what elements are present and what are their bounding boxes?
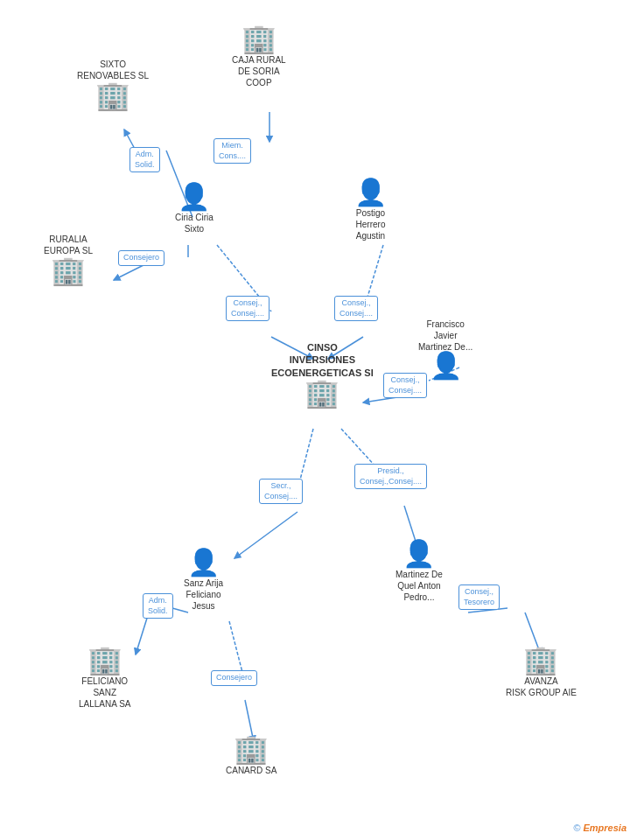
badge-consejero-canard: Consejero <box>211 670 257 686</box>
label-ciria-ciria: Ciria CiriaSixto <box>175 212 214 234</box>
badge-secr-consej: Secr.,Consej.... <box>259 479 303 504</box>
badge-consejero-ruralia: Consejero <box>118 250 164 266</box>
badge-consej-ciria: Consej.,Consej.... <box>226 296 270 321</box>
label-postigo-herrero: PostigoHerreroAgustin <box>356 207 386 242</box>
node-feliciano-sanz: 🏢 FELICIANOSANZLALLANA SA <box>79 646 130 710</box>
label-feliciano-sanz: FELICIANOSANZLALLANA SA <box>79 676 130 710</box>
label-caja-rural: CAJA RURALDE SORIACOOP <box>232 54 286 88</box>
building-icon-canard: 🏢 <box>234 735 269 763</box>
label-ruralia-europa: RURALIAEUROPA SL <box>44 234 93 256</box>
node-sixto-renovables: SIXTORENOVABLES SL 🏢 <box>77 57 149 109</box>
person-icon-martinez-de-quel: 👤 <box>402 541 435 567</box>
svg-line-12 <box>234 512 298 558</box>
node-avanza-risk: 🏢 AVANZARISK GROUP AIE <box>506 646 577 698</box>
node-martinez-de-quel: 👤 Martinez DeQuel AntonPedro... <box>396 541 443 603</box>
label-cinso: CINSOINVERSIONESECOENERGETICAS SI <box>271 341 374 379</box>
badge-miem-cons: Miem.Cons.... <box>214 138 251 164</box>
badge-consej-postigo: Consej.,Consej.... <box>334 296 378 321</box>
badge-consej-tesorero: Consej.,Tesorero <box>458 584 500 610</box>
node-ciria-ciria: 👤 Ciria CiriaSixto <box>175 184 214 234</box>
watermark: © Empresia <box>573 822 626 833</box>
person-icon-francisco-javier: 👤 <box>430 353 462 379</box>
watermark-brand: Empresia <box>583 822 626 833</box>
node-cinso: CINSOINVERSIONESECOENERGETICAS SI 🏢 <box>271 340 374 407</box>
badge-consej-francisco: Consej.,Consej.... <box>383 373 427 398</box>
building-icon-caja-rural: 🏢 <box>242 24 276 52</box>
node-francisco-javier: FranciscoJavierMartinez De... 👤 <box>418 317 472 379</box>
node-postigo-herrero: 👤 PostigoHerreroAgustin <box>354 179 387 242</box>
label-martinez-de-quel: Martinez DeQuel AntonPedro... <box>396 569 443 603</box>
person-icon-sanz-arija: 👤 <box>187 550 220 576</box>
badge-presid-consej: Presid.,Consej.,Consej.... <box>354 464 427 489</box>
node-canard: 🏢 CANARD SA <box>226 735 276 776</box>
svg-line-16 <box>136 612 149 654</box>
building-icon-sixto-renovables: 🏢 <box>95 81 130 109</box>
building-icon-feliciano-sanz: 🏢 <box>88 646 122 674</box>
badge-adm-solid-2: Adm.Solid. <box>143 593 173 619</box>
watermark-copy: © <box>573 822 580 833</box>
node-ruralia-europa: RURALIAEUROPA SL 🏢 <box>44 232 93 284</box>
label-avanza-risk: AVANZARISK GROUP AIE <box>506 676 577 698</box>
building-icon-avanza-risk: 🏢 <box>523 646 558 674</box>
person-icon-postigo-herrero: 👤 <box>354 179 387 206</box>
badge-adm-solid-1: Adm.Solid. <box>130 147 160 172</box>
label-sixto-renovables: SIXTORENOVABLES SL <box>77 59 149 81</box>
building-icon-cinso: 🏢 <box>304 379 340 407</box>
building-icon-ruralia-europa: 🏢 <box>51 256 86 284</box>
label-francisco-javier: FranciscoJavierMartinez De... <box>418 318 472 353</box>
canvas: 🏢 CAJA RURALDE SORIACOOP SIXTORENOVABLES… <box>0 0 637 840</box>
person-icon-ciria-ciria: 👤 <box>178 184 210 210</box>
node-sanz-arija: 👤 Sanz ArijaFelicianoJesus <box>184 550 223 612</box>
label-canard: CANARD SA <box>226 765 276 776</box>
connection-lines <box>0 0 637 840</box>
node-caja-rural: 🏢 CAJA RURALDE SORIACOOP <box>232 24 286 88</box>
label-sanz-arija: Sanz ArijaFelicianoJesus <box>184 578 223 612</box>
